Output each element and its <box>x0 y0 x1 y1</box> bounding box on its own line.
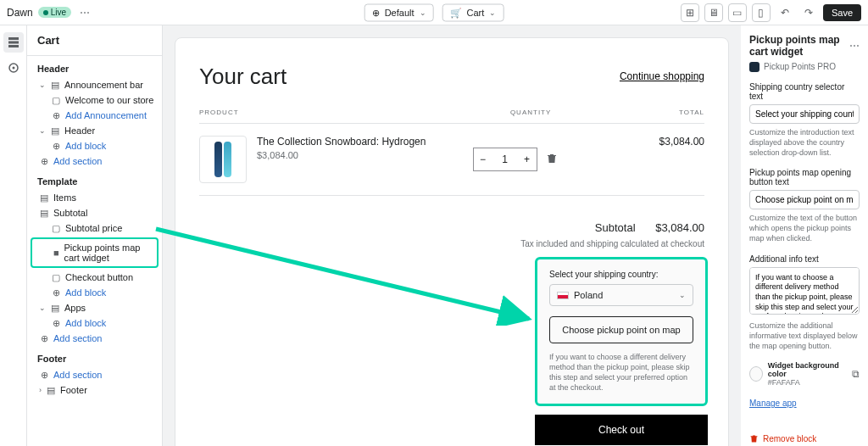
sidebar-item-header[interactable]: ⌄ ▤ Header <box>27 123 162 138</box>
sidebar-item-checkout-button[interactable]: ▢ Checkout button <box>27 270 162 285</box>
sections-rail-icon[interactable] <box>3 32 24 53</box>
layout-icon: ▤ <box>39 192 49 203</box>
live-badge: Live <box>38 7 71 18</box>
color-label: Widget background color <box>768 361 847 378</box>
panel-more-icon[interactable]: ⋯ <box>849 40 860 52</box>
chevron-down-icon: ⌄ <box>39 304 46 312</box>
f2-label: Pickup points map opening button text <box>749 168 860 187</box>
tablet-icon[interactable]: ▭ <box>728 3 747 22</box>
widget-country-label: Select your shipping country: <box>549 270 693 279</box>
svg-rect-0 <box>8 37 19 40</box>
desktop-icon[interactable]: 🖥 <box>704 3 723 22</box>
app-block-icon: ■ <box>53 248 60 258</box>
sidebar-title: Cart <box>27 25 162 56</box>
f1-label: Shipping country selector text <box>749 82 860 101</box>
color-value: #FAFAFA <box>768 378 847 387</box>
copy-icon[interactable]: ⧉ <box>852 368 860 380</box>
undo-icon[interactable]: ↶ <box>776 3 794 22</box>
f1-input[interactable] <box>749 104 860 124</box>
settings-rail-icon[interactable] <box>3 58 24 78</box>
sidebar-add-section[interactable]: ⊕ Add section <box>27 153 162 169</box>
cart-table-header: PRODUCT QUANTITY TOTAL <box>199 109 704 124</box>
template-picker[interactable]: ⊕ Default ⌄ <box>364 3 434 21</box>
choose-pickup-button[interactable]: Choose pickup point on map <box>549 316 693 343</box>
sidebar-item-items[interactable]: ▤ Items <box>27 190 162 205</box>
sidebar-item-subtotal[interactable]: ▤ Subtotal <box>27 205 162 220</box>
quantity-wrap: − 1 + <box>429 136 601 183</box>
svg-point-4 <box>12 67 14 70</box>
panel-title: Pickup points map cart widget <box>749 34 849 59</box>
color-info: Widget background color #FAFAFA <box>768 361 847 387</box>
sidebar-item-footer[interactable]: › ▤ Footer <box>27 382 162 398</box>
app-icon <box>749 62 760 72</box>
f3-label: Additional info text <box>749 254 860 264</box>
sidebar-add-announcement[interactable]: ⊕ Add Announcement <box>27 108 162 123</box>
plus-circle-icon: ⊕ <box>39 333 49 343</box>
product-info: The Collection Snowboard: Hydrogen $3,08… <box>257 136 429 183</box>
live-dot-icon <box>43 10 48 15</box>
qty-increase-button[interactable]: + <box>518 148 537 170</box>
topbar-center: ⊕ Default ⌄ 🛒 Cart ⌄ <box>364 3 504 21</box>
product-name[interactable]: The Collection Snowboard: Hydrogen <box>257 136 429 148</box>
page-label: Cart <box>467 8 485 18</box>
continue-shopping-link[interactable]: Continue shopping <box>620 70 704 82</box>
sidebar-item-announcement-bar[interactable]: ⌄ ▤ Announcement bar <box>27 77 162 92</box>
cart-row: The Collection Snowboard: Hydrogen $3,08… <box>199 124 704 196</box>
widget-info-text: If you want to choose a different delive… <box>549 352 693 393</box>
f3-input[interactable] <box>749 267 860 315</box>
sidebar-item-pickup-widget[interactable]: ■ Pickup points map cart widget <box>31 237 159 268</box>
preview-canvas: Your cart Continue shopping PRODUCT QUAN… <box>163 25 741 446</box>
manage-app-link[interactable]: Manage app <box>749 399 797 408</box>
chevron-down-icon: ⌄ <box>420 8 426 17</box>
sidebar-add-section-3[interactable]: ⊕ Add section <box>27 367 162 382</box>
f2-input[interactable] <box>749 190 860 209</box>
sidebar-add-block[interactable]: ⊕ Add block <box>27 138 162 153</box>
far-left-rail <box>0 25 27 446</box>
svg-rect-1 <box>8 42 19 44</box>
sidebar-item-subtotal-price[interactable]: ▢ Subtotal price <box>27 220 162 236</box>
plus-circle-icon: ⊕ <box>51 110 61 120</box>
product-price: $3,084.00 <box>257 150 429 160</box>
sidebar-item-apps[interactable]: ⌄ ▤ Apps <box>27 300 162 315</box>
remove-block-button[interactable]: Remove block <box>749 434 860 443</box>
topbar-left: Dawn Live ⋯ <box>7 7 90 19</box>
cart-page: Your cart Continue shopping PRODUCT QUAN… <box>175 37 729 446</box>
chevron-down-icon: ⌄ <box>39 81 46 89</box>
country-select[interactable]: Poland ⌄ <box>549 284 693 306</box>
price-icon: ▢ <box>51 223 61 233</box>
section-footer-label: Footer <box>27 346 162 367</box>
tax-note: Tax included and shipping calculated at … <box>199 239 704 248</box>
inspector-icon[interactable]: ⊞ <box>681 3 699 22</box>
page-picker[interactable]: 🛒 Cart ⌄ <box>442 3 504 21</box>
megaphone-icon: ▢ <box>51 95 61 105</box>
quantity-stepper[interactable]: − 1 + <box>473 148 537 171</box>
color-row[interactable]: Widget background color #FAFAFA ⧉ <box>749 361 860 387</box>
chevron-down-icon: ⌄ <box>679 291 686 299</box>
checkout-button[interactable]: Check out <box>535 415 708 445</box>
save-button[interactable]: Save <box>823 4 861 21</box>
plus-circle-icon: ⊕ <box>51 287 61 298</box>
theme-name: Dawn <box>7 7 33 19</box>
layout-icon: ▤ <box>39 208 49 218</box>
sidebar-add-block-3[interactable]: ⊕ Add block <box>27 315 162 331</box>
live-text: Live <box>51 8 66 17</box>
plus-circle-icon: ⊕ <box>39 370 49 380</box>
mobile-icon[interactable]: ▯ <box>752 3 771 22</box>
layout-icon: ▤ <box>46 385 56 395</box>
panel-app-row: Pickup Points PRO <box>749 62 860 72</box>
color-swatch-icon <box>749 366 763 382</box>
more-menu-icon[interactable]: ⋯ <box>80 7 90 19</box>
plus-circle-icon: ⊕ <box>51 318 61 328</box>
sidebar-add-block-2[interactable]: ⊕ Add block <box>27 285 162 300</box>
subtotal-label: Subtotal <box>595 221 636 234</box>
sidebar-add-section-2[interactable]: ⊕ Add section <box>27 331 162 346</box>
sidebar: Cart Header ⌄ ▤ Announcement bar ▢ Welco… <box>27 25 163 446</box>
topbar: Dawn Live ⋯ ⊕ Default ⌄ 🛒 Cart ⌄ ⊞ 🖥 ▭ ▯… <box>0 0 868 25</box>
sidebar-item-welcome[interactable]: ▢ Welcome to our store <box>27 92 162 108</box>
settings-panel: Pickup points map cart widget ⋯ Pickup P… <box>741 25 868 446</box>
qty-value: 1 <box>492 153 518 165</box>
redo-icon[interactable]: ↷ <box>799 3 818 22</box>
qty-decrease-button[interactable]: − <box>474 148 492 170</box>
topbar-right: ⊞ 🖥 ▭ ▯ ↶ ↷ Save <box>681 3 861 22</box>
trash-icon[interactable] <box>546 153 558 167</box>
